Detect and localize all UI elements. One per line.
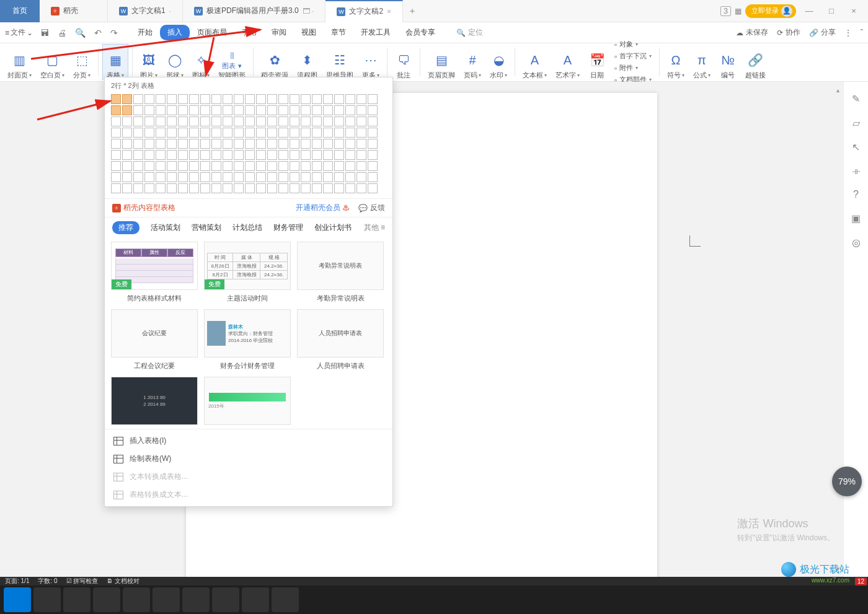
grid-cell[interactable]	[345, 150, 355, 160]
grid-cell[interactable]	[323, 161, 333, 171]
ribbon-超链接[interactable]: 🔗超链接	[742, 44, 769, 80]
grid-cell[interactable]	[144, 94, 154, 104]
taskbar-item[interactable]	[182, 587, 210, 612]
grid-cell[interactable]	[334, 150, 344, 160]
grid-cell[interactable]	[156, 128, 166, 138]
grid-cell[interactable]	[312, 139, 322, 149]
grid-cell[interactable]	[345, 172, 355, 182]
grid-cell[interactable]	[189, 161, 199, 171]
grid-cell[interactable]	[234, 116, 244, 126]
grid-picker[interactable]	[111, 94, 386, 193]
grid-cell[interactable]	[156, 105, 166, 115]
side-tool-image-icon[interactable]: ▣	[851, 213, 861, 224]
grid-cell[interactable]	[189, 172, 199, 182]
grid-cell[interactable]	[211, 172, 221, 182]
feedback-button[interactable]: 💬 反馈	[358, 203, 385, 213]
grid-cell[interactable]	[223, 172, 232, 182]
grid-cell[interactable]	[167, 172, 177, 182]
grid-cell[interactable]	[223, 128, 232, 138]
ribbon-艺术字[interactable]: A艺术字	[552, 44, 583, 80]
grid-cell[interactable]	[356, 183, 366, 193]
grid-cell[interactable]	[167, 139, 177, 149]
grid-cell[interactable]	[234, 183, 244, 193]
ribbon-流程图[interactable]: ⬍流程图	[293, 44, 321, 80]
cat-活动策划[interactable]: 活动策划	[151, 222, 180, 233]
grid-cell[interactable]	[144, 128, 154, 138]
grid-cell[interactable]	[278, 128, 288, 138]
grid-cell[interactable]	[111, 150, 121, 160]
grid-cell[interactable]	[223, 105, 232, 115]
grid-cell[interactable]	[234, 161, 244, 171]
grid-cell[interactable]	[345, 183, 355, 193]
ribbon-mini-首字下沉[interactable]: ▫首字下沉▾	[614, 51, 652, 61]
grid-cell[interactable]	[356, 116, 366, 126]
grid-cell[interactable]	[334, 161, 344, 171]
panel-action-插入表格(I)[interactable]: 插入表格(I)	[105, 432, 392, 450]
grid-cell[interactable]	[290, 128, 299, 138]
grid-cell[interactable]	[167, 105, 177, 115]
grid-cell[interactable]	[256, 161, 266, 171]
grid-cell[interactable]	[301, 150, 311, 160]
ribbon-编号[interactable]: №编号	[715, 44, 740, 80]
grid-cell[interactable]	[323, 183, 333, 193]
grid-cell[interactable]	[144, 116, 154, 126]
grid-cell[interactable]	[200, 128, 210, 138]
grid-cell[interactable]	[223, 139, 232, 149]
ribbon-公式[interactable]: π公式	[689, 44, 714, 80]
grid-cell[interactable]	[245, 128, 255, 138]
grid-cell[interactable]	[211, 139, 221, 149]
grid-cell[interactable]	[200, 105, 210, 115]
grid-cell[interactable]	[323, 94, 333, 104]
grid-cell[interactable]	[290, 94, 299, 104]
panel-action-绘制表格(W)[interactable]: 绘制表格(W)	[105, 450, 392, 468]
menu-collapse-icon[interactable]: ˆ	[861, 29, 863, 37]
grid-cell[interactable]	[133, 172, 143, 182]
grid-cell[interactable]	[234, 128, 244, 138]
close-icon[interactable]: ×	[387, 7, 391, 16]
grid-cell[interactable]	[133, 183, 143, 193]
grid-cell[interactable]	[312, 183, 322, 193]
grid-cell[interactable]	[223, 116, 232, 126]
grid-cell[interactable]	[267, 94, 277, 104]
coop-button[interactable]: ⟳协作	[777, 27, 800, 38]
grid-cell[interactable]	[156, 172, 166, 182]
grid-cell[interactable]	[345, 105, 355, 115]
grid-cell[interactable]	[111, 172, 121, 182]
unsaved-indicator[interactable]: ☁未保存	[736, 27, 768, 38]
grid-cell[interactable]	[312, 172, 322, 182]
status-docfix[interactable]: 🗎 文档校对	[107, 577, 140, 585]
grid-cell[interactable]	[234, 150, 244, 160]
grid-cell[interactable]	[200, 183, 210, 193]
grid-cell[interactable]	[368, 172, 378, 182]
grid-cell[interactable]	[368, 105, 378, 115]
cat-营销策划[interactable]: 营销策划	[192, 222, 221, 233]
tray-number-icon[interactable]: 3	[720, 6, 731, 16]
login-button[interactable]: 立即登录 👤	[745, 4, 796, 18]
grid-cell[interactable]	[245, 139, 255, 149]
grid-cell[interactable]	[267, 116, 277, 126]
file-menu[interactable]: ≡ 文件 ⌄	[5, 27, 33, 38]
add-tab-button[interactable]: ＋	[403, 6, 422, 17]
grid-cell[interactable]	[167, 161, 177, 171]
grid-cell[interactable]	[156, 116, 166, 126]
grid-cell[interactable]	[278, 172, 288, 182]
grid-cell[interactable]	[133, 116, 143, 126]
side-tool-aim-icon[interactable]: ◎	[852, 237, 861, 248]
grid-cell[interactable]	[223, 183, 232, 193]
grid-cell[interactable]	[301, 116, 311, 126]
cat-财务管理[interactable]: 财务管理	[273, 222, 303, 233]
grid-cell[interactable]	[323, 105, 333, 115]
ribbon-mini-对象[interactable]: ▫对象▾	[614, 40, 652, 49]
grid-cell[interactable]	[312, 150, 322, 160]
grid-cell[interactable]	[278, 183, 288, 193]
grid-cell[interactable]	[345, 139, 355, 149]
grid-cell[interactable]	[200, 150, 210, 160]
window-maximize[interactable]: □	[822, 6, 841, 15]
grid-cell[interactable]	[323, 172, 333, 182]
grid-cell[interactable]	[323, 128, 333, 138]
grid-cell[interactable]	[301, 94, 311, 104]
scroll-up-icon[interactable]: ▴	[833, 87, 842, 95]
grid-cell[interactable]	[211, 94, 221, 104]
grid-cell[interactable]	[133, 128, 143, 138]
grid-cell[interactable]	[334, 172, 344, 182]
